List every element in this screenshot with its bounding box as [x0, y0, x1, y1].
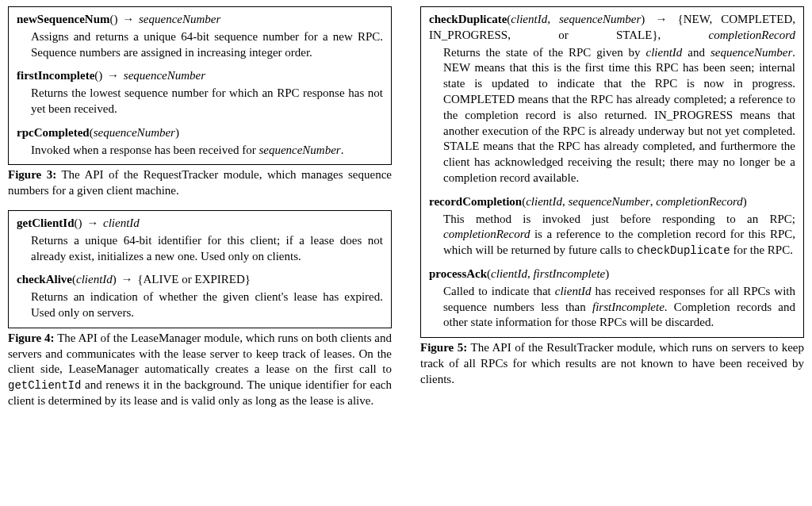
api-desc: Returns a unique 64-bit identifier for t…	[31, 233, 383, 265]
fn-name: recordCompletion	[429, 195, 522, 208]
fn-return-italic: completion­Record	[709, 29, 795, 41]
paren-close: )	[641, 13, 645, 25]
fn-return: {ALIVE or EXPIRED}	[137, 273, 251, 286]
left-column: newSequenceNum() → sequenceNumber Assign…	[8, 6, 392, 420]
text: and	[682, 46, 710, 59]
api-signature: checkDuplicate(clientId, sequenceNumber)…	[429, 12, 795, 44]
fn-arg: clientId	[76, 273, 113, 286]
fn-arg: clientId	[491, 267, 527, 280]
api-signature: newSequenceNum() → sequenceNumber	[17, 12, 383, 28]
text: Called to indicate that	[443, 285, 555, 297]
fn-name: firstIncomplete	[17, 69, 94, 82]
fn-name: checkAlive	[17, 273, 72, 286]
arrow-icon: →	[120, 273, 135, 286]
fn-args: ()	[75, 217, 82, 229]
fn-arg: completion­Record	[656, 195, 742, 208]
comma: ,	[562, 195, 569, 208]
figure-3-caption: Figure 3: The API of the RequestTracker …	[8, 167, 392, 199]
fn-arg: firstIncomplete	[533, 267, 605, 280]
api-entry: checkDuplicate(clientId, sequenceNumber)…	[429, 12, 795, 186]
text-italic: clientId	[646, 46, 683, 59]
fn-name: processAck	[429, 267, 487, 280]
caption-text: The API of the RequestTracker module, wh…	[8, 168, 392, 197]
api-desc: Returns the state of the RPC given by cl…	[443, 45, 795, 186]
right-column: checkDuplicate(clientId, sequenceNumber)…	[420, 6, 804, 420]
paren-close: )	[605, 267, 609, 280]
figure-4-caption: Figure 4: The API of the LeaseManager mo…	[8, 331, 392, 409]
caption-text: The API of the ResultTracker module, whi…	[420, 341, 804, 385]
fn-name: rpcCompleted	[17, 126, 90, 139]
api-entry: getClientId() → clientId Returns a uniqu…	[17, 216, 383, 264]
fn-name: checkDuplicate	[429, 13, 507, 25]
comma: ,	[547, 13, 559, 25]
fn-args: ()	[110, 13, 118, 25]
api-desc: Invoked when a response has been receive…	[31, 143, 383, 159]
fn-args: ()	[94, 69, 102, 82]
arrow-icon: →	[653, 13, 668, 25]
text-italic: sequen­ceNumber	[710, 46, 792, 59]
arrow-icon: →	[85, 217, 100, 229]
api-signature: rpcCompleted(sequenceNumber)	[17, 125, 383, 141]
api-desc: Assigns and returns a unique 64-bit sequ…	[31, 29, 383, 61]
figure-3-box: newSequenceNum() → sequenceNumber Assign…	[8, 6, 392, 165]
api-desc: Returns an indication of whether the giv…	[31, 289, 383, 321]
caption-code: getClientId	[8, 379, 81, 392]
text: for the RPC.	[730, 243, 793, 256]
fn-return: clientId	[103, 217, 140, 229]
figure-5-box: checkDuplicate(clientId, sequenceNumber)…	[420, 6, 804, 338]
api-signature: firstIncomplete() → sequenceNumber	[17, 68, 383, 84]
api-entry: processAck(clientId, firstIncomplete) Ca…	[429, 266, 795, 331]
caption-label: Figure 4:	[8, 332, 55, 344]
caption-label: Figure 3:	[8, 168, 56, 181]
fn-name: getClientId	[17, 217, 75, 229]
fn-return: sequenceNumber	[124, 69, 205, 82]
fn-arg: sequenceNumber	[94, 126, 175, 139]
paren-close: )	[743, 195, 747, 208]
api-entry: checkAlive(clientId) → {ALIVE or EXPIRED…	[17, 272, 383, 320]
arrow-icon: →	[105, 69, 121, 82]
text: Invoked when a response has been receive…	[31, 144, 259, 156]
fn-return: sequenceNumber	[139, 13, 220, 25]
text: Returns the state of the RPC given by	[443, 46, 646, 59]
paren-close: )	[113, 273, 117, 286]
arrow-icon: →	[121, 13, 136, 25]
api-entry: firstIncomplete() → sequenceNumber Retur…	[17, 68, 383, 117]
api-entry: newSequenceNum() → sequenceNumber Assign…	[17, 12, 383, 60]
api-signature: recordCompletion(clientId, sequenceNumbe…	[429, 194, 795, 210]
text-italic: clientId	[555, 285, 592, 297]
api-entry: rpcCompleted(sequenceNumber) Invoked whe…	[17, 125, 383, 159]
api-desc: Called to indicate that clientId has rec…	[443, 284, 795, 331]
fn-arg: sequenceNumber	[559, 13, 641, 25]
api-desc: This method is invoked just before respo…	[443, 212, 795, 259]
caption-text: The API of the LeaseManager module, whic…	[8, 332, 392, 376]
text: This method is invoked just before respo…	[443, 213, 795, 225]
caption-label: Figure 5:	[420, 341, 467, 354]
figure-4-box: getClientId() → clientId Returns a uniqu…	[8, 210, 392, 328]
api-desc: Returns the lowest sequence number for w…	[31, 86, 383, 117]
text: . NEW means that this is the first time …	[443, 46, 795, 184]
fn-arg: clientId	[526, 195, 562, 208]
fn-arg: clientId	[511, 13, 547, 25]
text: .	[341, 144, 344, 156]
api-entry: recordCompletion(clientId, sequenceNumbe…	[429, 194, 795, 259]
text-italic: sequen­ceNumber	[259, 144, 340, 156]
api-signature: getClientId() → clientId	[17, 216, 383, 232]
api-signature: processAck(clientId, firstIncomplete)	[429, 266, 795, 282]
paren-close: )	[175, 126, 179, 139]
fn-name: newSequenceNum	[17, 13, 110, 25]
figure-5-caption: Figure 5: The API of the ResultTracker m…	[420, 340, 804, 387]
text-italic: completionRecord	[443, 228, 530, 240]
fn-arg: sequenceNumber	[569, 195, 650, 208]
text-code: checkDuplicate	[637, 244, 730, 257]
api-signature: checkAlive(clientId) → {ALIVE or EXPIRED…	[17, 272, 383, 288]
text-italic: firstIncomplete	[592, 301, 665, 313]
